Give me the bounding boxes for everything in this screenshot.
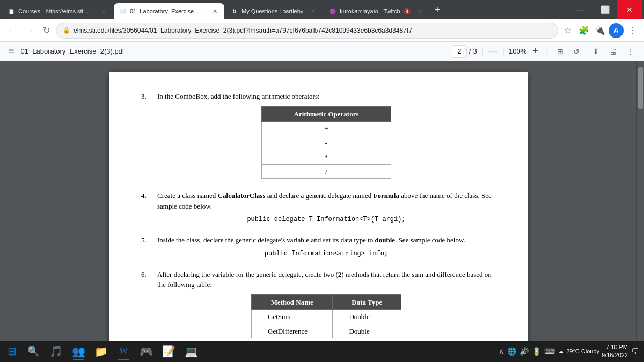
method-name-2: GetDifference: [252, 324, 333, 338]
tab-close-courses[interactable]: ✕: [99, 7, 107, 16]
item-num-5: 5.: [141, 235, 154, 262]
more-button[interactable]: ⋮: [625, 23, 640, 38]
window-close-button[interactable]: ✕: [617, 0, 642, 19]
pdf-page: 3. In the ComboBox, add the following ar…: [109, 72, 528, 341]
zoom-value: 100%: [509, 47, 526, 55]
forward-button[interactable]: →: [21, 23, 36, 38]
extension2-button[interactable]: 🔌: [592, 23, 608, 38]
battery-icon[interactable]: 🔋: [531, 346, 542, 357]
taskbar-clock[interactable]: 7:10 PM 9/16/2022: [602, 343, 628, 360]
tab-label-bartleby: My Questions | bartleby: [241, 8, 303, 14]
chevron-up-icon[interactable]: ∧: [497, 346, 505, 357]
table-row: +: [261, 122, 391, 136]
tab-close-bartleby[interactable]: ✕: [309, 7, 317, 16]
download-button[interactable]: ⬇: [588, 44, 603, 59]
spotify-icon: 🎵: [49, 345, 63, 358]
teams-icon: 👥: [72, 345, 85, 358]
nav-bar: ← → ↻ 🔒 elms.sti.edu/files/3056044/01_La…: [0, 19, 644, 42]
item-num-4: 4.: [141, 190, 154, 227]
operator-cell: *: [261, 150, 391, 165]
address-bar[interactable]: 🔒 elms.sti.edu/files/3056044/01_Laborato…: [56, 23, 558, 39]
zoom-display: 100% +: [509, 45, 541, 58]
keyboard-icon[interactable]: ⌨: [543, 346, 556, 357]
table-row: *: [261, 150, 391, 165]
pdf-toolbar: ≡ 01_Laboratory_Exercise_2(3).pdf / 3 | …: [0, 42, 644, 61]
tab-twitch[interactable]: 🟣 kurokamiayato - Twitch 🔇 ✕: [324, 3, 430, 19]
files-taskbar[interactable]: 📁: [90, 342, 112, 361]
taskbar: ⊞ 🔍 🎵 👥 📁 W 🎮 📝 💻 ∧ 🌐: [0, 341, 644, 362]
start-icon: ⊞: [8, 345, 17, 358]
search-taskbar[interactable]: 🔍: [23, 342, 44, 361]
method-col-type: Data Type: [333, 294, 401, 310]
notepad-taskbar[interactable]: 📝: [158, 342, 179, 361]
lock-icon: 🔒: [63, 27, 70, 34]
tab-label-twitch: kurokamiayato - Twitch: [340, 8, 400, 14]
rotate-button[interactable]: ↺: [569, 44, 584, 59]
table-row: GetSum Double: [252, 310, 401, 324]
tab-favicon-courses: 📋: [8, 8, 15, 15]
bookmark-button[interactable]: ☆: [560, 23, 575, 38]
vs-icon: 💻: [185, 345, 198, 358]
method-table: Method Name Data Type GetSum Double: [251, 294, 401, 339]
page-separator: /: [469, 47, 471, 55]
method-col-name: Method Name: [252, 294, 333, 310]
tab-favicon-twitch: 🟣: [329, 8, 336, 15]
fit-page-button[interactable]: ⊞: [553, 44, 568, 59]
item3-text: In the ComboBox, add the following arith…: [157, 92, 320, 100]
weather-icon: ☁: [558, 348, 564, 355]
game-taskbar[interactable]: 🎮: [135, 342, 157, 361]
pdf-page-container[interactable]: 3. In the ComboBox, add the following ar…: [0, 61, 636, 341]
extension-button[interactable]: 🧩: [576, 23, 591, 38]
item-content-4: Create a class named CalculatorClass and…: [157, 190, 495, 227]
weather-info: ☁ 29°C Cloudy: [558, 348, 599, 355]
teams-taskbar[interactable]: 👥: [68, 342, 89, 361]
operator-cell: +: [261, 122, 391, 136]
page-navigation: / 3: [452, 45, 477, 58]
network-icon[interactable]: 🌐: [506, 346, 517, 357]
profile-button[interactable]: A: [609, 23, 624, 38]
tab-bar: 📋 Courses - https://elms.sti.edu/stu ✕ 📄…: [0, 0, 644, 19]
tab-mute-icon[interactable]: 🔇: [404, 8, 411, 15]
print-button[interactable]: 🖨: [605, 44, 620, 59]
main-area: 3. In the ComboBox, add the following ar…: [0, 61, 644, 341]
word-taskbar[interactable]: W: [113, 342, 134, 361]
window-minimize-button[interactable]: —: [568, 0, 592, 19]
item5-text: Inside the class, declare the generic de…: [157, 236, 465, 244]
toolbar-separator1: |: [481, 46, 484, 57]
more-options-button[interactable]: ⋮: [623, 44, 638, 59]
notification-icon[interactable]: 🗨: [630, 346, 640, 357]
window-maximize-button[interactable]: ⬜: [592, 0, 617, 19]
search-taskbar-icon: 🔍: [27, 345, 39, 357]
table-row: GetDifference Double: [252, 324, 401, 338]
tab-close-twitch[interactable]: ✕: [416, 7, 425, 16]
method-type-2: Double: [333, 324, 401, 338]
files-icon: 📁: [94, 345, 108, 358]
window-controls: — ⬜ ✕: [568, 0, 642, 19]
vs-taskbar[interactable]: 💻: [180, 342, 202, 361]
right-scrollbar[interactable]: [636, 61, 644, 341]
tab-close-lab[interactable]: ✕: [210, 7, 219, 16]
toolbar-menu-button[interactable]: ≡: [6, 45, 17, 58]
game-icon: 🎮: [140, 345, 153, 358]
tab-lab[interactable]: 📄 01_Laboratory_Exercise_2(3).pdf ✕: [114, 3, 224, 19]
spotify-taskbar[interactable]: 🎵: [45, 342, 67, 361]
weather-text: 29°C Cloudy: [566, 348, 599, 354]
tab-bartleby[interactable]: b My Questions | bartleby ✕: [225, 3, 323, 19]
reload-button[interactable]: ↻: [39, 23, 54, 38]
sys-tray: ∧ 🌐 🔊 🔋 ⌨: [497, 346, 556, 357]
volume-icon[interactable]: 🔊: [518, 346, 530, 357]
page-number-input[interactable]: [452, 45, 467, 58]
browser-window: 📋 Courses - https://elms.sti.edu/stu ✕ 📄…: [0, 0, 644, 362]
item5-code: public Information<string> info;: [157, 249, 495, 258]
arith-table-header: Arithmetic Operators: [261, 106, 391, 122]
new-tab-button[interactable]: +: [431, 4, 444, 16]
zoom-plus-button[interactable]: +: [529, 45, 541, 58]
notepad-icon: 📝: [162, 345, 175, 358]
back-button[interactable]: ←: [4, 23, 19, 38]
arithmetic-operators-table: Arithmetic Operators +-*/: [261, 106, 392, 179]
tab-label-lab: 01_Laboratory_Exercise_2(3).pdf: [130, 8, 205, 14]
toolbar-separator3: |: [502, 46, 504, 57]
start-button[interactable]: ⊞: [2, 342, 21, 361]
operator-cell: -: [261, 136, 391, 150]
tab-courses[interactable]: 📋 Courses - https://elms.sti.edu/stu ✕: [2, 3, 113, 19]
